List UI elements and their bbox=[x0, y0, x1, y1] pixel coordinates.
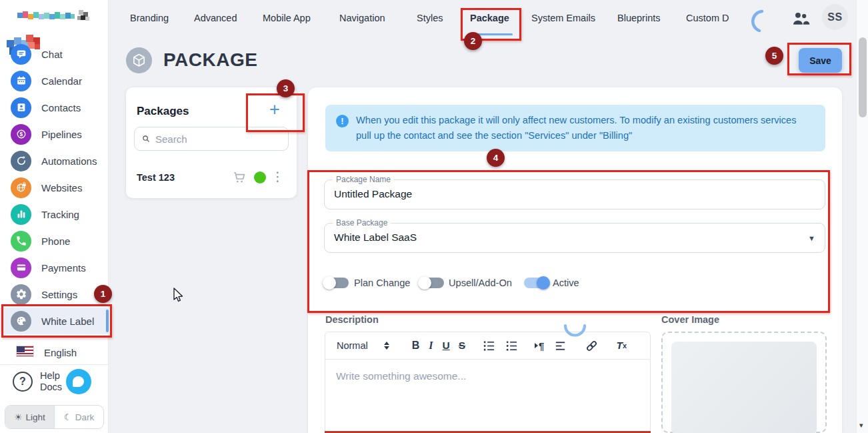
bullet-list-icon[interactable] bbox=[505, 340, 518, 352]
strikethrough-icon[interactable]: S bbox=[459, 340, 465, 352]
sidebar-item-label: White Label bbox=[41, 316, 94, 327]
text-style-select[interactable]: Normal bbox=[337, 340, 368, 351]
package-editor-card: ! When you edit this package it will onl… bbox=[308, 87, 842, 433]
tab-advanced[interactable]: Advanced bbox=[194, 13, 237, 23]
annotation-badge-4: 4 bbox=[487, 149, 505, 167]
bold-icon[interactable]: B bbox=[412, 340, 420, 352]
tab-branding[interactable]: Branding bbox=[130, 13, 169, 23]
plan-change-toggle[interactable] bbox=[324, 278, 349, 288]
sidebar-item-pipelines[interactable]: $ Pipelines bbox=[0, 121, 109, 147]
base-package-value: White Label SaaS bbox=[334, 232, 417, 244]
add-package-button[interactable]: + bbox=[263, 98, 286, 121]
moon-icon: ☾ bbox=[64, 412, 72, 422]
question-circle-icon: ? bbox=[13, 372, 33, 392]
annotation-badge-3: 3 bbox=[277, 79, 295, 97]
tab-package[interactable]: Package bbox=[470, 13, 509, 23]
bar-chart-icon bbox=[11, 204, 31, 225]
sidebar-item-label: Phone bbox=[41, 236, 70, 247]
scrollbar-thumb[interactable] bbox=[859, 37, 867, 117]
plan-change-label: Plan Change bbox=[354, 278, 410, 288]
packages-panel-title: Packages bbox=[137, 105, 189, 118]
dollar-circle-icon: $ bbox=[11, 124, 31, 145]
sidebar-item-label: Pipelines bbox=[41, 129, 82, 140]
dark-label: Dark bbox=[75, 412, 95, 422]
scrollbar-track[interactable]: ▾ bbox=[856, 0, 868, 433]
sidebar: Chat Calendar Contacts $ Pipelines Autom… bbox=[0, 0, 109, 433]
active-toggle[interactable] bbox=[524, 278, 549, 288]
sidebar-item-calendar[interactable]: Calendar bbox=[0, 67, 109, 94]
package-name-field[interactable]: Package Name Untitled Package bbox=[324, 179, 825, 209]
tab-custom-domain[interactable]: Custom D bbox=[686, 13, 729, 23]
sidebar-item-label: Contacts bbox=[41, 102, 81, 113]
contacts-icon bbox=[11, 97, 31, 118]
annotation-badge-2: 2 bbox=[464, 32, 482, 50]
active-label: Active bbox=[553, 278, 579, 288]
theme-switcher: ☀ Light ☾ Dark bbox=[5, 405, 104, 429]
underline-icon[interactable]: U bbox=[443, 340, 450, 352]
annotation-badge-1: 1 bbox=[94, 285, 112, 303]
description-editor: Normal B I U S ¶ Tx bbox=[325, 332, 651, 433]
sidebar-item-chat[interactable]: Chat bbox=[0, 41, 109, 67]
tab-mobile-app[interactable]: Mobile App bbox=[263, 13, 311, 23]
avatar[interactable]: SS bbox=[822, 4, 848, 30]
search-input[interactable] bbox=[155, 133, 288, 145]
search-icon bbox=[142, 133, 150, 145]
align-icon[interactable] bbox=[554, 340, 567, 352]
sidebar-item-label: Settings bbox=[41, 289, 77, 300]
sidebar-item-label: Calendar bbox=[41, 75, 82, 87]
sidebar-item-tracking[interactable]: Tracking bbox=[0, 201, 109, 228]
gear-icon bbox=[11, 284, 31, 305]
sync-icon bbox=[11, 151, 31, 171]
cover-image-placeholder bbox=[671, 342, 817, 433]
base-package-select[interactable]: Base Package White Label SaaS ▼ bbox=[324, 223, 825, 253]
upsell-addon-toggle[interactable] bbox=[419, 278, 444, 288]
light-mode-button[interactable]: ☀ Light bbox=[5, 406, 55, 428]
cover-image-dropzone[interactable] bbox=[661, 332, 827, 433]
phone-icon bbox=[11, 231, 31, 252]
style-updown-icon[interactable] bbox=[384, 342, 389, 350]
sidebar-item-contacts[interactable]: Contacts bbox=[0, 94, 109, 121]
editor-placeholder[interactable]: Write something awesome... bbox=[336, 370, 466, 382]
sidebar-item-phone[interactable]: Phone bbox=[0, 228, 109, 254]
scrollbar-down-arrow[interactable]: ▾ bbox=[859, 421, 863, 430]
package-cube-icon bbox=[126, 47, 152, 73]
kebab-menu-icon[interactable]: ⋮ bbox=[271, 169, 284, 184]
sidebar-item-settings[interactable]: Settings bbox=[0, 281, 109, 308]
ordered-list-icon[interactable] bbox=[483, 340, 495, 352]
tab-blueprints[interactable]: Blueprints bbox=[617, 13, 660, 23]
credit-card-icon bbox=[11, 258, 31, 278]
cover-image-label: Cover Image bbox=[661, 314, 719, 325]
info-icon: ! bbox=[336, 115, 349, 127]
sidebar-nav: Chat Calendar Contacts $ Pipelines Autom… bbox=[0, 41, 109, 334]
dark-mode-button[interactable]: ☾ Dark bbox=[55, 406, 103, 428]
language-selector[interactable]: English bbox=[0, 342, 109, 364]
link-icon[interactable] bbox=[585, 340, 598, 352]
tab-system-emails[interactable]: System Emails bbox=[531, 13, 595, 23]
sidebar-item-payments[interactable]: Payments bbox=[0, 254, 109, 281]
shopping-cart-icon[interactable] bbox=[232, 170, 247, 185]
base-package-label: Base Package bbox=[333, 218, 391, 228]
agency-users-icon[interactable] bbox=[791, 9, 811, 28]
sidebar-item-websites[interactable]: Websites bbox=[0, 174, 109, 201]
tab-navigation[interactable]: Navigation bbox=[339, 13, 385, 23]
light-label: Light bbox=[25, 412, 45, 422]
clear-format-icon[interactable]: Tx bbox=[616, 340, 627, 352]
package-name-value: Untitled Package bbox=[334, 188, 412, 200]
globe-lock-icon bbox=[11, 177, 31, 198]
sidebar-item-label: Websites bbox=[41, 182, 82, 193]
tab-styles[interactable]: Styles bbox=[417, 13, 443, 23]
italic-icon[interactable]: I bbox=[429, 340, 433, 352]
sidebar-item-automations[interactable]: Automations bbox=[0, 147, 109, 174]
sidebar-divider bbox=[0, 364, 109, 365]
loading-spinner-icon bbox=[749, 8, 776, 35]
editor-toolbar: Normal B I U S ¶ Tx bbox=[325, 332, 650, 360]
sidebar-item-label: Tracking bbox=[41, 209, 79, 220]
text-direction-icon[interactable]: ¶ bbox=[535, 340, 544, 352]
help-docs-label: HelpDocs bbox=[40, 370, 62, 393]
sidebar-item-white-label[interactable]: White Label bbox=[0, 308, 109, 334]
package-name-label: Package Name bbox=[333, 175, 394, 184]
help-docs[interactable]: ? HelpDocs bbox=[0, 368, 109, 399]
save-button[interactable]: Save bbox=[799, 48, 842, 73]
calendar-icon bbox=[11, 71, 31, 91]
chat-widget-bubble-icon[interactable] bbox=[66, 369, 91, 394]
